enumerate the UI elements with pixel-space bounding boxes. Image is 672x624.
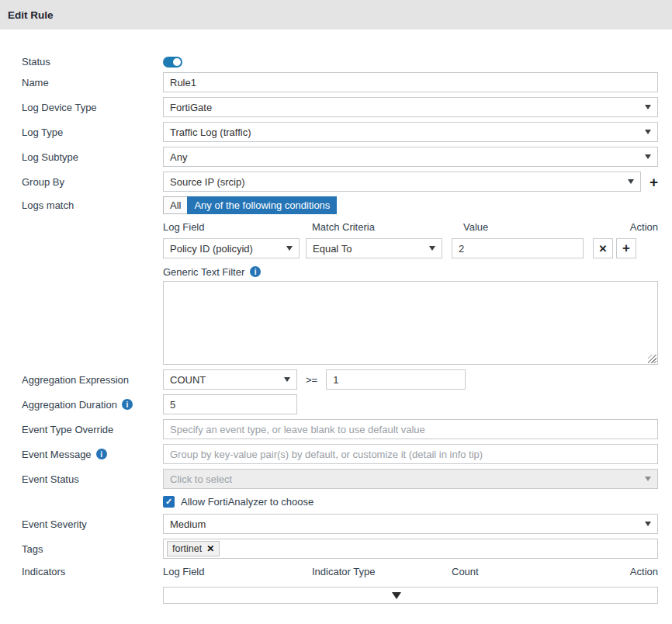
condition-value-input[interactable]	[452, 238, 584, 258]
remove-condition-button[interactable]: ✕	[593, 238, 613, 258]
tag-label: fortinet	[172, 543, 202, 554]
event-severity-label: Event Severity	[0, 518, 163, 530]
field-row-aggregation-duration: Aggregation Duration i	[0, 394, 658, 414]
aggregation-duration-control	[163, 394, 658, 414]
log-type-select[interactable]: Traffic Log (traffic)	[163, 122, 658, 142]
tags-label-text: Tags	[22, 543, 43, 555]
event-status-select[interactable]: Click to select	[163, 469, 658, 489]
field-row-event-message: Event Message i	[0, 444, 658, 464]
aggregation-duration-label-text: Aggregation Duration	[22, 399, 117, 411]
indicator-log-field-select[interactable]	[163, 587, 658, 604]
aggregation-expression-label-text: Aggregation Expression	[22, 374, 129, 386]
field-row-name: Name	[0, 72, 658, 92]
logs-match-toggle-group: All Any of the following conditions	[163, 196, 337, 214]
field-row-aggregation-expression: Aggregation Expression COUNT >=	[0, 369, 658, 390]
log-type-label-text: Log Type	[22, 127, 63, 138]
info-icon: i	[250, 266, 261, 277]
log-subtype-value: Any	[170, 151, 187, 163]
name-input[interactable]	[163, 72, 658, 92]
condition-log-field-value: Policy ID (policyid)	[170, 243, 253, 255]
aggregation-expression-control: COUNT >=	[163, 369, 658, 390]
col-header-match-criteria: Match Criteria	[312, 221, 463, 233]
generic-text-filter-heading-row: Generic Text Filter i	[0, 264, 658, 279]
event-severity-value: Medium	[170, 518, 206, 530]
log-device-type-select[interactable]: FortiGate	[163, 97, 658, 117]
status-control	[163, 57, 658, 68]
event-type-override-label: Event Type Override	[0, 424, 163, 435]
tag-chip: fortinet ✕	[167, 541, 220, 556]
log-subtype-select[interactable]: Any	[163, 147, 658, 167]
indicators-label-text: Indicators	[22, 566, 65, 577]
col-header-log-field: Log Field	[163, 221, 312, 233]
logs-match-all-button[interactable]: All	[163, 196, 188, 214]
field-row-allow-choose: ✓ Allow FortiAnalyzer to choose	[0, 494, 658, 509]
event-type-override-label-text: Event Type Override	[22, 424, 113, 435]
page-header: Edit Rule	[0, 0, 672, 29]
condition-match-criteria-value: Equal To	[313, 243, 352, 255]
tags-label: Tags	[0, 543, 163, 555]
field-row-logs-match: Logs match All Any of the following cond…	[0, 196, 658, 214]
group-by-label-text: Group By	[22, 176, 64, 188]
chevron-down-icon	[645, 105, 651, 109]
group-by-select[interactable]: Source IP (srcip)	[163, 172, 641, 192]
event-type-override-input[interactable]	[163, 419, 658, 439]
group-by-value: Source IP (srcip)	[170, 176, 245, 188]
condition-match-criteria-select[interactable]: Equal To	[306, 238, 442, 258]
aggregation-threshold-input[interactable]	[326, 369, 466, 390]
log-type-control: Traffic Log (traffic)	[163, 122, 658, 142]
allow-choose-control: ✓ Allow FortiAnalyzer to choose	[163, 496, 658, 508]
logs-match-label: Logs match	[0, 199, 163, 211]
aggregation-duration-label: Aggregation Duration i	[0, 399, 163, 411]
event-severity-label-text: Event Severity	[22, 518, 87, 530]
info-icon: i	[122, 399, 133, 410]
add-group-by-button[interactable]: +	[649, 175, 658, 189]
gtf-textarea-control	[163, 281, 658, 365]
log-type-value: Traffic Log (traffic)	[170, 127, 251, 138]
log-type-label: Log Type	[0, 127, 163, 138]
condition-log-field-select[interactable]: Policy ID (policyid)	[163, 238, 300, 258]
field-row-event-type-override: Event Type Override	[0, 419, 658, 439]
aggregation-function-select[interactable]: COUNT	[163, 369, 297, 390]
event-message-label-text: Event Message	[22, 449, 92, 460]
chevron-down-icon	[645, 522, 651, 526]
log-subtype-label-text: Log Subtype	[22, 151, 78, 163]
edit-rule-form: Status Name Log Device Type	[0, 29, 672, 604]
field-row-tags: Tags fortinet ✕	[0, 539, 658, 559]
indicators-label: Indicators	[0, 566, 163, 577]
chevron-down-icon	[286, 246, 293, 251]
log-device-type-control: FortiGate	[163, 97, 658, 117]
name-label-text: Name	[22, 77, 49, 88]
col-header-log-field: Log Field	[163, 566, 312, 577]
gtf-heading-control: Generic Text Filter i	[163, 266, 658, 278]
generic-text-filter-heading: Generic Text Filter i	[163, 266, 261, 278]
allow-fortianalyzer-checkbox[interactable]: ✓	[163, 496, 175, 508]
event-message-input[interactable]	[163, 444, 658, 464]
conditions-table-header: Log Field Match Criteria Value Action	[0, 219, 658, 234]
toggle-knob-icon	[173, 58, 181, 66]
chevron-down-icon	[628, 179, 634, 184]
add-condition-button[interactable]: +	[616, 238, 636, 258]
logs-match-label-text: Logs match	[22, 199, 74, 211]
log-device-type-label: Log Device Type	[0, 102, 163, 113]
check-icon: ✓	[165, 497, 172, 506]
plus-icon: +	[622, 241, 630, 256]
generic-text-filter-textarea[interactable]	[163, 281, 658, 365]
tag-remove-icon[interactable]: ✕	[206, 543, 214, 554]
status-toggle[interactable]	[163, 57, 182, 68]
condition-row: Policy ID (policyid) Equal To ✕ +	[0, 237, 658, 259]
indicator-row-partial	[0, 587, 658, 604]
indicators-header-cols: Log Field Indicator Type Count Action	[163, 566, 658, 577]
group-by-control: Source IP (srcip) +	[163, 172, 658, 192]
name-label: Name	[0, 77, 163, 88]
close-icon: ✕	[599, 243, 608, 255]
field-row-log-type: Log Type Traffic Log (traffic)	[0, 122, 658, 142]
allow-fortianalyzer-label: Allow FortiAnalyzer to choose	[181, 496, 313, 508]
event-severity-select[interactable]: Medium	[163, 514, 658, 534]
logs-match-any-button[interactable]: Any of the following conditions	[187, 196, 337, 214]
event-message-control	[163, 444, 658, 464]
col-header-value: Value	[463, 221, 630, 233]
aggregation-function-value: COUNT	[170, 374, 206, 386]
aggregation-duration-input[interactable]	[163, 394, 297, 414]
chevron-down-icon	[392, 592, 401, 599]
tags-input[interactable]: fortinet ✕	[163, 539, 658, 559]
